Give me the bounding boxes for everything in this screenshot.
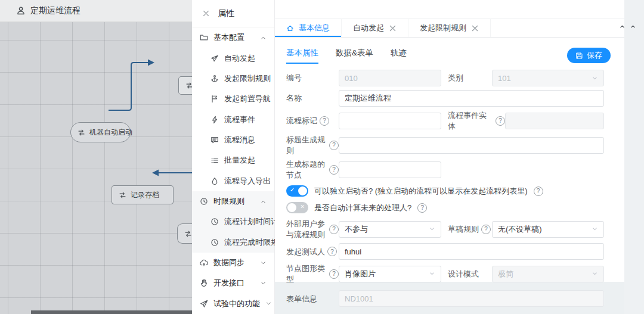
folder-icon <box>200 33 208 42</box>
sidebar-item-label: 批量发起 <box>224 155 255 166</box>
user-icon <box>16 6 26 15</box>
basic-properties-form: 编号 类别 101 名称 流程标记 流程事件实体 标题生成规则 <box>286 70 604 310</box>
sidebar-item-dev-interface[interactable]: 开发接口 <box>192 273 274 293</box>
flag-icon <box>210 95 219 103</box>
sidebar-item-auto-initiate[interactable]: 自动发起 <box>192 48 274 68</box>
draft-rule-label: 草稿规则 <box>448 224 492 235</box>
form-row: 发起测试人 <box>286 243 604 260</box>
draft-rule-select[interactable]: 无(不设草稿) <box>492 221 604 238</box>
help-icon[interactable] <box>417 203 427 213</box>
number-label: 编号 <box>286 73 339 83</box>
title-node-field[interactable] <box>339 161 441 178</box>
help-icon[interactable] <box>329 165 339 175</box>
name-label: 名称 <box>286 93 339 104</box>
sidebar-item-label: 自动发起 <box>224 53 255 64</box>
save-button[interactable]: 保存 <box>567 48 611 63</box>
sidebar-item-plan-time-calc[interactable]: 流程计划时间计算 <box>192 212 274 232</box>
tab-label: 基本信息 <box>299 23 330 33</box>
flow-node-partial-top[interactable] <box>178 76 192 95</box>
cloud-sync-icon <box>200 259 208 267</box>
sidebar-item-label: 试验中的功能 <box>213 299 260 309</box>
properties-header: 属性 <box>192 0 274 27</box>
sidebar-item-process-messages[interactable]: 流程消息 <box>192 130 274 150</box>
close-icon[interactable] <box>202 10 210 17</box>
drop-icon <box>210 177 219 185</box>
title-rule-field[interactable] <box>339 137 604 154</box>
canvas-header: 定期运维流程 <box>0 0 192 22</box>
save-button-label: 保存 <box>587 50 602 61</box>
tab-initiate-restriction[interactable]: 发起限制规则 <box>408 19 491 37</box>
flow-canvas-panel: 定期运维流程 机器自动启动 记录存档 <box>0 0 192 314</box>
external-user-select[interactable]: 不参与 <box>339 221 441 238</box>
close-icon[interactable] <box>471 24 479 32</box>
sidebar-item-import-export[interactable]: 流程导入导出 <box>192 171 274 191</box>
sidebar-item-basic-config[interactable]: 基本配置 <box>192 27 274 48</box>
flow-node-icon <box>119 191 126 199</box>
flow-node-partial-bottom[interactable] <box>177 223 192 244</box>
help-icon[interactable] <box>327 247 337 256</box>
chevron-up-icon[interactable] <box>619 23 626 30</box>
sidebar-item-data-sync[interactable]: 数据同步 <box>192 253 274 273</box>
event-entity-field[interactable] <box>505 113 604 129</box>
tab-auto-initiate[interactable]: 自动发起 <box>342 19 408 37</box>
help-icon[interactable] <box>320 116 329 126</box>
chevron-down-icon <box>592 271 598 277</box>
independent-start-toggle[interactable] <box>286 185 308 197</box>
tab-label: 发起限制规则 <box>420 23 466 33</box>
help-icon[interactable] <box>329 225 339 234</box>
number-field[interactable] <box>339 70 441 86</box>
subtab-data-form[interactable]: 数据&表单 <box>336 48 373 64</box>
help-icon[interactable] <box>329 269 339 279</box>
chevron-up-icon[interactable] <box>630 23 636 30</box>
category-select[interactable]: 101 <box>492 70 604 86</box>
form-row: 流程标记 流程事件实体 <box>286 110 604 131</box>
name-field[interactable] <box>339 90 604 107</box>
form-row: 名称 <box>286 90 604 107</box>
sidebar-item-experimental-features[interactable]: 试验中的功能 <box>192 294 274 314</box>
flow-connectors <box>0 22 192 314</box>
sidebar-item-process-events[interactable]: 流程事件 <box>192 109 274 129</box>
close-icon[interactable] <box>389 24 397 32</box>
tab-label: 自动发起 <box>353 23 384 33</box>
design-mode-select[interactable]: 极简 <box>492 266 604 282</box>
help-icon[interactable] <box>481 225 491 234</box>
auto-calc-label: 是否自动计算未来的处理人? <box>314 203 411 213</box>
sidebar-item-initiate-restriction[interactable]: 发起限制规则 <box>192 69 274 89</box>
flow-node-record-archive[interactable]: 记录存档 <box>112 185 174 204</box>
form-row: 是否自动计算未来的处理人? <box>286 202 604 213</box>
title-rule-label: 标题生成规则 <box>286 135 339 156</box>
chevron-down-icon <box>265 300 272 307</box>
tab-bar: 基本信息 自动发起 发起限制规则 <box>275 18 624 38</box>
hand-icon <box>200 279 208 287</box>
node-graphic-select[interactable]: 肖像图片 <box>339 266 441 282</box>
properties-menu: 基本配置 自动发起 发起限制规则 发起前置导航 流程事件 流程消息 批量发起 <box>192 27 274 314</box>
auto-calc-toggle[interactable] <box>286 202 308 213</box>
help-icon[interactable] <box>329 141 339 150</box>
tester-field[interactable] <box>339 243 604 260</box>
flow-node-machine-auto-start[interactable]: 机器自动启动 <box>70 122 131 142</box>
subtab-basic-attributes[interactable]: 基本属性 <box>286 48 318 64</box>
form-info-field[interactable] <box>339 290 604 307</box>
category-label: 类别 <box>448 73 492 83</box>
sidebar-item-completion-time-rule[interactable]: 流程完成时限规则 <box>192 232 274 253</box>
home-icon <box>286 24 294 32</box>
sidebar-item-batch-initiate[interactable]: 批量发起 <box>192 150 274 170</box>
chevron-down-icon <box>592 226 598 232</box>
subtab-track[interactable]: 轨迹 <box>391 48 407 64</box>
flow-mark-field[interactable] <box>339 113 441 129</box>
flow-mark-label: 流程标记 <box>286 116 339 126</box>
sidebar-item-pre-navigation[interactable]: 发起前置导航 <box>192 89 274 109</box>
form-row: 可以独立启动否? (独立启动的流程可以显示在发起流程列表里) <box>286 185 604 197</box>
canvas-grid[interactable]: 机器自动启动 记录存档 <box>0 22 192 314</box>
sub-tab-bar: 基本属性 数据&表单 轨迹 <box>286 48 407 64</box>
send-icon <box>210 54 219 63</box>
form-row: 表单信息 <box>286 290 604 307</box>
tab-basic-info[interactable]: 基本信息 <box>275 19 342 37</box>
form-info-label: 表单信息 <box>286 294 339 304</box>
help-icon[interactable] <box>496 116 505 126</box>
canvas-title: 定期运维流程 <box>30 5 80 16</box>
save-icon <box>575 52 583 60</box>
help-icon[interactable] <box>534 186 543 196</box>
message-icon <box>210 136 219 144</box>
sidebar-item-time-limit-rules[interactable]: 时限规则 <box>192 191 274 212</box>
